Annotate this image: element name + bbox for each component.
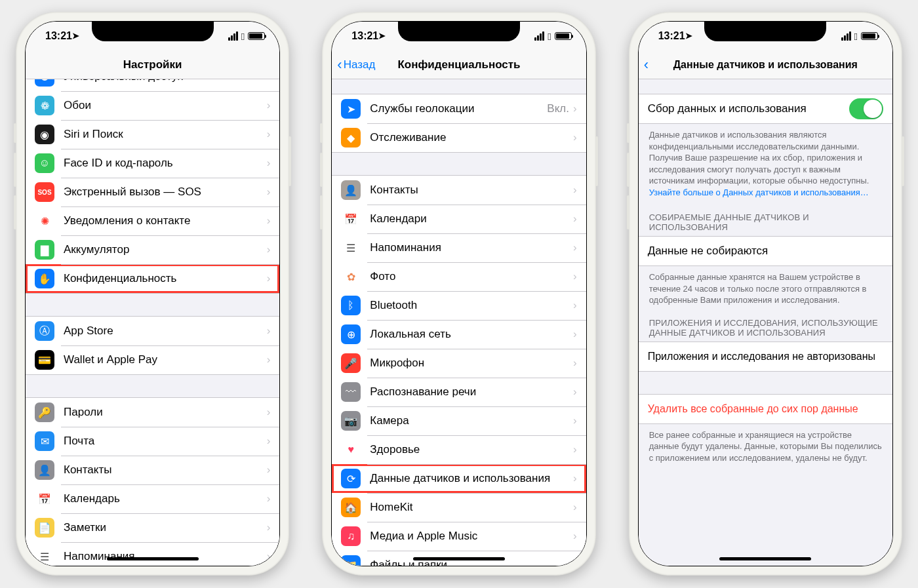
settings-row[interactable]: SOSЭкстренный вызов — SOS› bbox=[26, 178, 279, 206]
row-label: Камера bbox=[370, 414, 573, 427]
chevron-right-icon: › bbox=[267, 492, 271, 505]
settings-row[interactable]: 👤Контакты› bbox=[332, 176, 586, 205]
content[interactable]: Сбор данных и использования Данные датчи… bbox=[639, 79, 892, 566]
settings-row[interactable]: 🎤Микрофон› bbox=[332, 349, 586, 378]
row-delete[interactable]: Удалить все собранные до сих пор данные bbox=[639, 395, 892, 423]
chevron-right-icon: › bbox=[573, 212, 577, 225]
chevron-right-icon: › bbox=[573, 385, 577, 399]
settings-row[interactable]: ⊕Локальная сеть› bbox=[332, 320, 586, 349]
settings-row[interactable]: 〰Распознавание речи› bbox=[332, 378, 586, 406]
home-indicator[interactable] bbox=[107, 557, 199, 560]
settings-row[interactable]: ⒶApp Store› bbox=[26, 317, 279, 345]
home-indicator[interactable] bbox=[413, 557, 505, 560]
row-label: Микрофон bbox=[370, 357, 573, 370]
battery-icon: ▇ bbox=[35, 240, 54, 260]
row-toggle[interactable]: Сбор данных и использования bbox=[639, 94, 892, 123]
content[interactable]: ➤Службы геолокацииВкл.›◆Отслеживание›👤Ко… bbox=[332, 79, 586, 566]
settings-row[interactable]: 🏠HomeKit› bbox=[332, 493, 586, 522]
screen-settings: 13:21 ➤ 􀙇 Настройки ☯Универсальный досту… bbox=[25, 21, 280, 566]
wifi-icon: 􀙇 bbox=[854, 31, 858, 42]
settings-row[interactable]: ✋Конфиденциальность› bbox=[26, 264, 279, 293]
chevron-right-icon: › bbox=[267, 463, 271, 477]
settings-row[interactable]: 🔑Пароли› bbox=[26, 398, 279, 427]
chevron-right-icon: › bbox=[573, 270, 577, 283]
reminders2-icon: ☰ bbox=[341, 238, 361, 258]
files-icon: 📁 bbox=[341, 555, 361, 566]
learn-more-link[interactable]: Узнайте больше о Данных датчиков и испол… bbox=[649, 187, 869, 197]
phone-privacy: 13:21 ➤ 􀙇 ‹ Назад Конфиденциальность ➤Сл… bbox=[322, 12, 595, 576]
row-label: Wallet и Apple Pay bbox=[64, 353, 267, 366]
camera-icon: 📷 bbox=[341, 411, 361, 431]
chevron-right-icon: › bbox=[573, 131, 577, 144]
row-label: App Store bbox=[64, 324, 267, 338]
chevron-right-icon: › bbox=[573, 102, 577, 115]
settings-row[interactable]: ❁Обои› bbox=[26, 91, 279, 120]
settings-row[interactable]: ⟳Данные датчиков и использования› bbox=[332, 464, 586, 493]
chevron-right-icon: › bbox=[267, 214, 271, 227]
navbar: ‹ Данные датчиков и использования bbox=[639, 50, 892, 79]
faceid-icon: ☺ bbox=[35, 153, 54, 173]
row-label: Напоминания bbox=[370, 241, 573, 254]
contacts-icon: 👤 bbox=[35, 460, 54, 480]
settings-row[interactable]: ▇Аккумулятор› bbox=[26, 235, 279, 264]
settings-row[interactable]: ✿Фото› bbox=[332, 262, 586, 291]
location-arrow-icon: ➤ bbox=[72, 31, 79, 41]
chevron-right-icon: › bbox=[267, 550, 271, 563]
settings-row[interactable]: 📄Заметки› bbox=[26, 513, 279, 542]
settings-row[interactable]: 💳Wallet и Apple Pay› bbox=[26, 345, 279, 374]
settings-row[interactable]: ♫Медиа и Apple Music› bbox=[332, 522, 586, 551]
settings-row[interactable]: ✺Уведомления о контакте› bbox=[26, 206, 279, 235]
settings-row[interactable]: ☯Универсальный доступ› bbox=[26, 79, 279, 91]
row-label: Face ID и код-пароль bbox=[64, 157, 267, 170]
settings-row[interactable]: ♥Здоровье› bbox=[332, 435, 586, 464]
localnet-icon: ⊕ bbox=[341, 324, 361, 344]
settings-row[interactable]: ☺Face ID и код-пароль› bbox=[26, 149, 279, 178]
row-no-data[interactable]: Данные не собираются bbox=[639, 237, 892, 265]
photos-icon: ✿ bbox=[341, 267, 361, 286]
phone-settings: 13:21 ➤ 􀙇 Настройки ☯Универсальный досту… bbox=[16, 12, 289, 576]
settings-row[interactable]: 📅Календарь› bbox=[26, 484, 279, 513]
navbar: ‹ Назад Конфиденциальность bbox=[332, 50, 586, 79]
row-label: Приложения и исследования не авторизован… bbox=[648, 351, 883, 363]
row-no-apps[interactable]: Приложения и исследования не авторизован… bbox=[639, 342, 892, 371]
footer-description: Данные датчиков и использования являются… bbox=[639, 124, 892, 201]
settings-row[interactable]: ◆Отслеживание› bbox=[332, 123, 586, 152]
row-label: Обои bbox=[64, 99, 267, 112]
settings-row[interactable]: 📷Камера› bbox=[332, 406, 586, 435]
screen-privacy: 13:21 ➤ 􀙇 ‹ Назад Конфиденциальность ➤Сл… bbox=[331, 21, 586, 566]
chevron-right-icon: › bbox=[267, 272, 271, 285]
settings-row[interactable]: ◉Siri и Поиск› bbox=[26, 120, 279, 149]
settings-row[interactable]: 👤Контакты› bbox=[26, 456, 279, 484]
home-indicator[interactable] bbox=[719, 557, 811, 560]
speech-icon: 〰 bbox=[341, 382, 361, 402]
row-label: Уведомления о контакте bbox=[64, 214, 267, 227]
back-button[interactable]: ‹ bbox=[644, 58, 649, 72]
settings-row[interactable]: ☰Напоминания› bbox=[332, 233, 586, 262]
location-icon: ➤ bbox=[341, 99, 361, 119]
chevron-left-icon: ‹ bbox=[337, 58, 342, 72]
settings-row[interactable]: ᛒBluetooth› bbox=[332, 291, 586, 320]
phones-container: 13:21 ➤ 􀙇 Настройки ☯Универсальный досту… bbox=[0, 0, 918, 587]
battery-icon bbox=[555, 32, 572, 40]
cellular-icon bbox=[841, 31, 851, 41]
chevron-right-icon: › bbox=[573, 530, 577, 543]
chevron-right-icon: › bbox=[267, 521, 271, 534]
wifi-icon: 􀙇 bbox=[548, 31, 551, 42]
footer-delete: Все ранее собранные и хранящиеся на устр… bbox=[639, 424, 892, 467]
toggle-switch[interactable] bbox=[849, 98, 883, 119]
settings-row[interactable]: ✉Почта› bbox=[26, 427, 279, 456]
chevron-right-icon: › bbox=[267, 128, 271, 141]
row-label: Медиа и Apple Music bbox=[370, 530, 573, 543]
chevron-right-icon: › bbox=[267, 324, 271, 338]
chevron-right-icon: › bbox=[573, 501, 577, 514]
chevron-right-icon: › bbox=[267, 99, 271, 112]
row-label: Календари bbox=[370, 212, 573, 225]
settings-row[interactable]: ☰Напоминания› bbox=[26, 542, 279, 566]
settings-row[interactable]: ➤Службы геолокацииВкл.› bbox=[332, 94, 586, 123]
content[interactable]: ☯Универсальный доступ›❁Обои›◉Siri и Поис… bbox=[26, 79, 279, 566]
back-button[interactable]: ‹ Назад bbox=[337, 58, 375, 72]
row-label: Отслеживание bbox=[370, 131, 573, 144]
settings-row[interactable]: 📅Календари› bbox=[332, 205, 586, 233]
chevron-right-icon: › bbox=[573, 559, 577, 566]
exposure-icon: ✺ bbox=[35, 211, 54, 231]
